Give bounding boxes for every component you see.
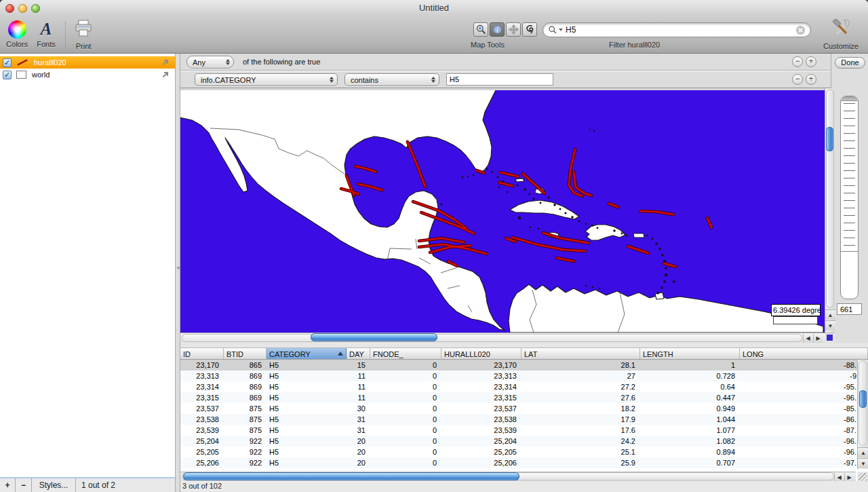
cell-category: H5 (267, 436, 347, 447)
cell-huralll020: 25,205 (441, 447, 521, 457)
table-vscroll-thumb[interactable] (859, 390, 867, 408)
cell-day: 11 (347, 371, 370, 381)
cell-category: H5 (267, 392, 347, 403)
cell-category: H5 (267, 371, 347, 381)
titlebar[interactable]: Untitled (0, 0, 868, 17)
cell-fnode_: 0 (370, 403, 441, 414)
slider-thumb[interactable] (841, 96, 858, 101)
table-header: IDBTIDCATEGORYDAYFNODE_HURALLL020LATLENG… (180, 348, 868, 360)
column-header-day[interactable]: DAY (347, 348, 370, 359)
cell-day: 20 (347, 457, 370, 468)
remove-rule-button[interactable]: − (792, 74, 803, 85)
map-hscroll-thumb[interactable] (311, 333, 437, 341)
rule-value-input[interactable]: H5 (446, 73, 553, 86)
popup-arrows-icon (427, 77, 435, 83)
pan-arrows-icon (508, 24, 519, 35)
table-hscroll-thumb[interactable] (183, 472, 519, 480)
sidebar-splitter[interactable] (175, 54, 180, 492)
map-vscroll-thumb[interactable] (826, 127, 833, 151)
map-view[interactable]: 6.39426 degre (180, 88, 825, 333)
column-header-btid[interactable]: BTID (224, 348, 267, 359)
cell-length: 0.707 (640, 457, 740, 468)
info-tool-button[interactable]: i (490, 22, 505, 37)
sidebar-layer-world[interactable]: ✓world (0, 69, 175, 81)
column-header-fnode_[interactable]: FNODE_ (370, 348, 441, 359)
sidebar-layer-huralll020[interactable]: ✓huralll020 (0, 56, 175, 69)
cell-lat: 25.1 (521, 447, 640, 457)
search-scope-chevron-icon[interactable] (559, 29, 563, 31)
match-type-popup[interactable]: Any (186, 56, 234, 69)
column-header-huralll020[interactable]: HURALLL020 (441, 348, 521, 359)
column-header-id[interactable]: ID (180, 348, 224, 359)
layer-label: world (32, 71, 161, 79)
scroll-down-arrow[interactable]: ▼ (825, 320, 835, 330)
table-row[interactable]: 23,315869H511023,31527.60.447-96. (180, 392, 868, 403)
fonts-button[interactable]: A Fonts (33, 19, 60, 48)
table-row[interactable]: 23,314869H511023,31427.20.64-95. (180, 381, 868, 392)
rule-field-popup[interactable]: info.CATEGORY (195, 73, 338, 86)
cell-lat: 17.9 (521, 414, 640, 425)
column-header-lat[interactable]: LAT (521, 348, 640, 359)
table-row[interactable]: 23,537875H530023,53718.20.949-85. (180, 403, 868, 414)
scroll-right-arrow[interactable]: ▶ (813, 334, 823, 343)
cell-day: 15 (347, 360, 370, 371)
filter-search-value[interactable]: H5 (566, 25, 795, 35)
zoom-scale-slider[interactable] (840, 96, 859, 299)
table-horizontal-scrollbar[interactable]: ◀ ▶ (180, 472, 856, 481)
remove-match-row-button[interactable]: − (792, 56, 803, 67)
pan-tool-button[interactable] (506, 22, 521, 37)
remove-layer-button[interactable]: − (16, 478, 32, 492)
column-header-length[interactable]: LENGTH (640, 348, 740, 359)
layer-visibility-checkbox[interactable]: ✓ (3, 58, 12, 67)
cell-fnode_: 0 (370, 371, 441, 381)
table-row[interactable]: 23,170865H515023,17028.11-88. (180, 360, 868, 371)
table-scroll-up-arrow[interactable]: ▲ (858, 447, 868, 457)
clear-search-icon[interactable] (795, 25, 806, 35)
open-layer-arrow-icon[interactable] (161, 71, 170, 79)
cell-huralll020: 23,170 (441, 360, 521, 371)
rule-operator-popup[interactable]: contains (344, 73, 439, 86)
table-row[interactable]: 25,204922H520025,20424.21.082-96. (180, 436, 868, 447)
color-wheel-icon (8, 20, 26, 39)
table-row[interactable]: 25,205922H520025,20525.10.894-96. (180, 447, 868, 457)
column-header-long[interactable]: LONG (740, 348, 868, 359)
lasso-tool-button[interactable] (522, 22, 537, 37)
column-header-category[interactable]: CATEGORY (267, 348, 347, 359)
match-suffix-label: of the following are true (243, 58, 320, 66)
map-horizontal-scrollbar[interactable]: ◀ ▶ (180, 333, 835, 343)
customize-button[interactable]: Customize (819, 19, 863, 50)
cell-lat: 27 (521, 371, 640, 381)
cell-huralll020: 23,539 (441, 425, 521, 436)
table-row[interactable]: 23,313869H511023,313270.728-9 (180, 371, 868, 381)
table-row[interactable]: 23,539875H531023,53917.61.077-87. (180, 425, 868, 436)
zoom-level-input[interactable]: 661 (837, 303, 862, 315)
styles-button[interactable]: Styles... (32, 478, 76, 492)
zoom-in-tool-button[interactable] (473, 22, 488, 37)
cell-id: 23,313 (180, 371, 224, 381)
table-row[interactable]: 25,206922H520025,20625.90.707-97. (180, 457, 868, 468)
cell-length: 1 (640, 360, 740, 371)
layer-count-label: 1 out of 2 (76, 478, 129, 492)
table-row[interactable]: 23,538875H531023,53817.91.044-86. (180, 414, 868, 425)
scroll-up-arrow[interactable]: ▲ (825, 309, 835, 320)
cell-day: 31 (347, 414, 370, 425)
colors-button[interactable]: Colors (4, 19, 30, 48)
add-layer-button[interactable]: + (0, 478, 16, 492)
done-button[interactable]: Done (835, 57, 865, 69)
open-layer-arrow-icon[interactable] (161, 58, 170, 67)
filter-search-field[interactable]: H5 (542, 22, 811, 37)
add-match-row-button[interactable]: + (806, 56, 816, 67)
layer-visibility-checkbox[interactable]: ✓ (3, 71, 12, 79)
map-vertical-scrollbar[interactable]: ▲ ▼ (825, 88, 835, 333)
cell-category: H5 (267, 381, 347, 392)
cell-btid: 922 (224, 457, 267, 468)
cell-length: 1.082 (640, 436, 740, 447)
print-button[interactable]: Print (71, 19, 96, 50)
filter-match-row: Any of the following are true − + (180, 54, 831, 71)
table-vertical-scrollbar[interactable]: ▲ ▼ (857, 360, 868, 469)
table-scroll-down-arrow[interactable]: ▼ (858, 458, 868, 468)
splitter-handle-icon (177, 267, 180, 269)
scroll-left-arrow[interactable]: ◀ (803, 334, 812, 343)
map-zoom-panel: Done 661 (831, 54, 868, 348)
add-rule-button[interactable]: + (806, 74, 816, 85)
